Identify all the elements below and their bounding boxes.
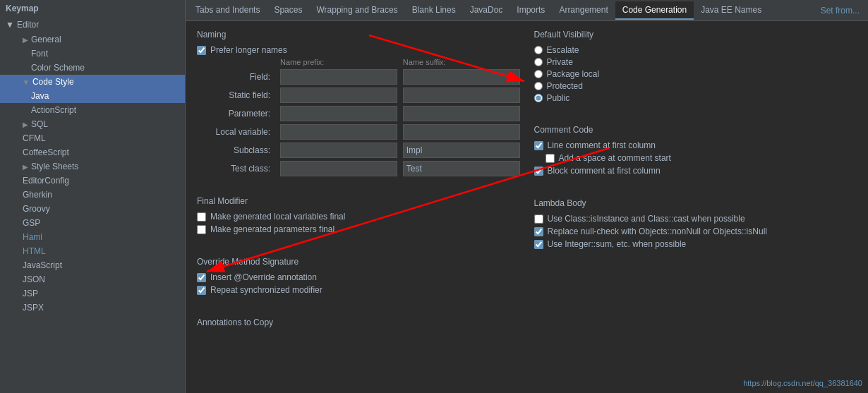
use-class-isinstance-checkbox[interactable] (534, 214, 543, 224)
parameter-suffix-input[interactable] (403, 106, 520, 121)
make-params-final-checkbox[interactable] (197, 225, 206, 234)
tab-tabs-indents[interactable]: Tabs and Indents (188, 1, 267, 20)
code-style-arrow: ▼ (23, 78, 30, 86)
subclass-prefix-input[interactable] (280, 143, 397, 158)
repeat-synchronized-label: Repeat synchronized modifier (210, 285, 323, 295)
public-radio[interactable] (534, 94, 543, 102)
local-var-label: Local variable: (197, 127, 275, 137)
sidebar-item-sql[interactable]: ▶SQL 🗑 (0, 117, 185, 131)
use-class-isinstance-label: Use Class::isInstance and Class::cast wh… (548, 214, 745, 224)
tab-javadoc[interactable]: JavaDoc (463, 1, 510, 20)
protected-label: Protected (547, 81, 583, 91)
tab-code-generation[interactable]: Code Generation (615, 1, 694, 20)
test-class-label: Test class: (197, 164, 275, 174)
sidebar-item-font[interactable]: Font (0, 47, 185, 61)
test-class-suffix-input[interactable] (403, 161, 520, 176)
repeat-synchronized-checkbox[interactable] (197, 286, 206, 295)
comment-code-item-2: Block comment at first column (534, 166, 857, 176)
sidebar-item-haml[interactable]: Haml (0, 230, 185, 244)
sidebar-item-gsp[interactable]: GSP (0, 216, 185, 230)
sidebar-item-jspx[interactable]: JSPX (0, 301, 185, 315)
local-var-prefix-input[interactable] (280, 124, 397, 140)
local-var-suffix-input[interactable] (403, 124, 520, 140)
static-field-prefix-input[interactable] (280, 87, 397, 103)
visibility-package-local: Package local (534, 69, 857, 79)
package-local-radio[interactable] (534, 70, 543, 78)
sidebar-item-editorconfig[interactable]: EditorConfig 🗑 (0, 174, 185, 188)
field-prefix-input[interactable] (280, 69, 397, 85)
sidebar-item-html[interactable]: HTML (0, 244, 185, 258)
sidebar-item-cfml[interactable]: CFML 🗑 (0, 131, 185, 145)
name-suffix-header: Name suffix: (403, 58, 520, 66)
static-field-label: Static field: (197, 90, 275, 100)
static-field-suffix-input[interactable] (403, 87, 520, 103)
annotations-section: Annotations to Copy (197, 318, 520, 333)
escalate-radio[interactable] (534, 46, 543, 54)
parameter-prefix-input[interactable] (280, 106, 397, 121)
tabs-bar: Tabs and Indents Spaces Wrapping and Bra… (186, 0, 868, 21)
comment-code-item-1: Add a space at comment start (534, 153, 857, 163)
sidebar-item-jsp[interactable]: JSP (0, 286, 185, 301)
private-radio[interactable] (534, 58, 543, 66)
comment-code-section: Comment Code Line comment at first colum… (534, 125, 857, 179)
visibility-escalate: Escalate (534, 45, 857, 55)
tab-arrangement[interactable]: Arrangement (552, 1, 615, 20)
sidebar-item-coffeescript[interactable]: CoffeeScript 🗑 (0, 145, 185, 159)
main-layout: Keymap ▼ Editor ▶General Font Color Sche… (0, 0, 868, 393)
subclass-label: Subclass: (197, 145, 275, 155)
sidebar-item-code-style[interactable]: ▼Code Style 🗑 (0, 75, 185, 89)
prefer-longer-names-label: Prefer longer names (210, 45, 287, 55)
line-comment-first-col-checkbox[interactable] (534, 141, 543, 150)
sidebar-item-javascript[interactable]: JavaScript (0, 258, 185, 272)
default-visibility-section: Default Visibility Escalate Private Pack… (534, 30, 857, 105)
sidebar-item-general[interactable]: ▶General (0, 32, 185, 47)
sidebar-editor[interactable]: ▼ Editor (0, 17, 185, 32)
test-class-prefix-input[interactable] (280, 161, 397, 176)
override-method-title: Override Method Signature (197, 257, 520, 267)
lambda-body-item-2: Use Integer::sum, etc. when possible (534, 239, 857, 249)
visibility-protected: Protected (534, 81, 857, 91)
tab-wrapping-braces[interactable]: Wrapping and Braces (309, 1, 404, 20)
block-comment-first-col-label: Block comment at first column (548, 166, 661, 176)
sidebar: Keymap ▼ Editor ▶General Font Color Sche… (0, 0, 186, 393)
prefer-longer-names-checkbox[interactable] (197, 46, 206, 55)
tab-blank-lines[interactable]: Blank Lines (405, 1, 463, 20)
name-prefix-header: Name prefix: (280, 58, 397, 66)
sidebar-item-groovy[interactable]: Groovy (0, 202, 185, 216)
escalate-label: Escalate (547, 45, 579, 55)
use-integer-sum-label: Use Integer::sum, etc. when possible (548, 239, 687, 249)
package-local-label: Package local (547, 69, 600, 79)
replace-null-check-checkbox[interactable] (534, 227, 543, 236)
block-comment-first-col-checkbox[interactable] (534, 167, 543, 176)
make-params-final-label: Make generated parameters final (210, 224, 334, 234)
tab-imports[interactable]: Imports (510, 1, 552, 20)
insert-override-checkbox[interactable] (197, 273, 206, 282)
override-method-section: Override Method Signature Insert @Overri… (197, 257, 520, 298)
make-local-final-checkbox[interactable] (197, 212, 206, 222)
lambda-body-item-1: Replace null-check with Objects::nonNull… (534, 226, 857, 236)
insert-override-label: Insert @Override annotation (210, 272, 317, 282)
sidebar-item-gherkin[interactable]: Gherkin (0, 188, 185, 202)
field-suffix-input[interactable] (403, 69, 520, 85)
editor-arrow: ▼ (6, 20, 14, 30)
subclass-suffix-input[interactable] (403, 143, 520, 158)
final-modifier-item-1: Make generated parameters final (197, 224, 520, 234)
content-left: Naming Prefer longer names Name prefix: … (197, 30, 520, 385)
add-space-comment-start-checkbox[interactable] (545, 154, 555, 163)
override-method-item-0: Insert @Override annotation (197, 272, 520, 282)
tab-spaces[interactable]: Spaces (267, 1, 309, 20)
content-right: Default Visibility Escalate Private Pack… (534, 30, 857, 385)
sidebar-item-style-sheets[interactable]: ▶Style Sheets (0, 159, 185, 174)
make-local-final-label: Make generated local variables final (210, 212, 345, 222)
line-comment-first-col-label: Line comment at first column (548, 140, 656, 150)
sidebar-item-json[interactable]: JSON 🗑 (0, 272, 185, 286)
main-content: Tabs and Indents Spaces Wrapping and Bra… (186, 0, 868, 393)
sidebar-item-java[interactable]: Java 🗑 (0, 89, 185, 103)
set-from-link[interactable]: Set from... (821, 6, 865, 16)
tab-java-ee[interactable]: Java EE Names (694, 1, 768, 20)
sidebar-item-color-scheme[interactable]: Color Scheme (0, 61, 185, 75)
use-integer-sum-checkbox[interactable] (534, 240, 543, 249)
final-modifier-item-0: Make generated local variables final (197, 212, 520, 222)
sidebar-item-actionscript[interactable]: ActionScript 🗑 (0, 103, 185, 117)
protected-radio[interactable] (534, 82, 543, 90)
